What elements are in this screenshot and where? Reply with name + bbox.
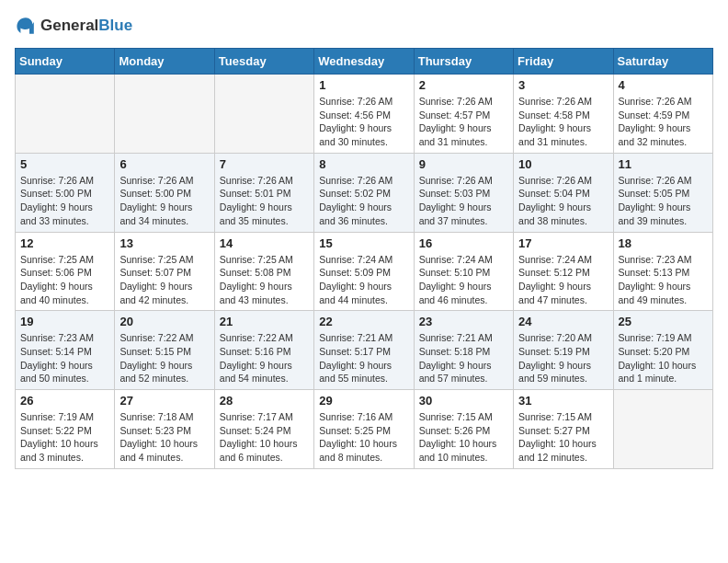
day-number: 22 [319, 315, 408, 328]
calendar-day-cell: 10Sunrise: 7:26 AM Sunset: 5:04 PM Dayli… [514, 153, 613, 232]
calendar-week-row: 1Sunrise: 7:26 AM Sunset: 4:56 PM Daylig… [16, 75, 713, 154]
day-info: Sunrise: 7:25 AM Sunset: 5:06 PM Dayligh… [20, 253, 109, 307]
day-info: Sunrise: 7:15 AM Sunset: 5:26 PM Dayligh… [419, 410, 508, 465]
day-info: Sunrise: 7:26 AM Sunset: 5:03 PM Dayligh… [419, 174, 508, 228]
logo-text: GeneralBlue [40, 17, 132, 35]
day-info: Sunrise: 7:19 AM Sunset: 5:20 PM Dayligh… [619, 331, 708, 385]
day-info: Sunrise: 7:23 AM Sunset: 5:13 PM Dayligh… [619, 253, 708, 307]
calendar-day-cell: 7Sunrise: 7:26 AM Sunset: 5:01 PM Daylig… [214, 153, 313, 232]
calendar-day-cell [16, 75, 115, 154]
calendar-day-cell: 5Sunrise: 7:26 AM Sunset: 5:00 PM Daylig… [16, 153, 115, 232]
calendar-day-cell: 8Sunrise: 7:26 AM Sunset: 5:02 PM Daylig… [314, 153, 414, 232]
day-number: 28 [220, 394, 309, 408]
day-info: Sunrise: 7:22 AM Sunset: 5:15 PM Dayligh… [119, 331, 209, 385]
logo: GeneralBlue [15, 15, 132, 37]
page-header: GeneralBlue [15, 15, 713, 37]
calendar-day-cell: 13Sunrise: 7:25 AM Sunset: 5:07 PM Dayli… [115, 232, 214, 311]
day-info: Sunrise: 7:21 AM Sunset: 5:18 PM Dayligh… [419, 331, 508, 385]
day-number: 18 [619, 236, 708, 250]
day-number: 14 [220, 236, 309, 250]
day-number: 16 [419, 236, 508, 250]
calendar-week-row: 12Sunrise: 7:25 AM Sunset: 5:06 PM Dayli… [16, 232, 713, 311]
calendar-day-cell: 12Sunrise: 7:25 AM Sunset: 5:06 PM Dayli… [16, 232, 115, 311]
calendar-day-cell: 22Sunrise: 7:21 AM Sunset: 5:17 PM Dayli… [314, 311, 414, 390]
day-info: Sunrise: 7:17 AM Sunset: 5:24 PM Dayligh… [220, 410, 309, 465]
calendar-day-cell [214, 75, 313, 154]
day-info: Sunrise: 7:26 AM Sunset: 5:04 PM Dayligh… [518, 174, 608, 228]
calendar-day-cell: 24Sunrise: 7:20 AM Sunset: 5:19 PM Dayli… [514, 311, 613, 390]
weekday-header: Thursday [414, 49, 513, 75]
day-info: Sunrise: 7:19 AM Sunset: 5:22 PM Dayligh… [20, 410, 109, 465]
weekday-header: Wednesday [314, 49, 414, 75]
calendar-day-cell: 31Sunrise: 7:15 AM Sunset: 5:27 PM Dayli… [514, 390, 613, 469]
calendar-day-cell: 6Sunrise: 7:26 AM Sunset: 5:00 PM Daylig… [115, 153, 214, 232]
calendar-day-cell: 23Sunrise: 7:21 AM Sunset: 5:18 PM Dayli… [414, 311, 513, 390]
calendar-day-cell: 9Sunrise: 7:26 AM Sunset: 5:03 PM Daylig… [414, 153, 513, 232]
calendar-day-cell: 26Sunrise: 7:19 AM Sunset: 5:22 PM Dayli… [16, 390, 115, 469]
weekday-header: Friday [514, 49, 613, 75]
calendar-day-cell [115, 75, 214, 154]
day-info: Sunrise: 7:15 AM Sunset: 5:27 PM Dayligh… [518, 410, 608, 465]
calendar-day-cell: 1Sunrise: 7:26 AM Sunset: 4:56 PM Daylig… [314, 75, 414, 154]
day-number: 6 [119, 157, 209, 171]
day-number: 10 [518, 157, 608, 171]
calendar-day-cell: 15Sunrise: 7:24 AM Sunset: 5:09 PM Dayli… [314, 232, 414, 311]
logo-icon [15, 15, 37, 37]
day-number: 12 [20, 236, 109, 250]
calendar-day-cell: 16Sunrise: 7:24 AM Sunset: 5:10 PM Dayli… [414, 232, 513, 311]
day-info: Sunrise: 7:26 AM Sunset: 5:05 PM Dayligh… [619, 174, 708, 228]
calendar-day-cell [613, 390, 712, 469]
day-number: 4 [619, 78, 708, 92]
day-number: 9 [419, 157, 508, 171]
day-number: 24 [518, 315, 608, 328]
day-number: 15 [319, 236, 408, 250]
calendar-day-cell: 2Sunrise: 7:26 AM Sunset: 4:57 PM Daylig… [414, 75, 513, 154]
day-info: Sunrise: 7:21 AM Sunset: 5:17 PM Dayligh… [319, 331, 408, 385]
day-info: Sunrise: 7:26 AM Sunset: 4:56 PM Dayligh… [319, 95, 408, 149]
day-info: Sunrise: 7:24 AM Sunset: 5:12 PM Dayligh… [518, 253, 608, 307]
day-number: 5 [20, 157, 109, 171]
day-number: 19 [20, 315, 109, 328]
day-number: 30 [419, 394, 508, 408]
day-number: 27 [119, 394, 209, 408]
calendar-day-cell: 21Sunrise: 7:22 AM Sunset: 5:16 PM Dayli… [214, 311, 313, 390]
day-info: Sunrise: 7:26 AM Sunset: 5:02 PM Dayligh… [319, 174, 408, 228]
day-info: Sunrise: 7:25 AM Sunset: 5:07 PM Dayligh… [119, 253, 209, 307]
calendar-day-cell: 17Sunrise: 7:24 AM Sunset: 5:12 PM Dayli… [514, 232, 613, 311]
day-info: Sunrise: 7:18 AM Sunset: 5:23 PM Dayligh… [119, 410, 209, 465]
day-number: 21 [220, 315, 309, 328]
day-info: Sunrise: 7:20 AM Sunset: 5:19 PM Dayligh… [518, 331, 608, 385]
day-number: 20 [119, 315, 209, 328]
day-info: Sunrise: 7:24 AM Sunset: 5:09 PM Dayligh… [319, 253, 408, 307]
calendar-day-cell: 30Sunrise: 7:15 AM Sunset: 5:26 PM Dayli… [414, 390, 513, 469]
day-number: 1 [319, 78, 408, 92]
day-info: Sunrise: 7:26 AM Sunset: 5:00 PM Dayligh… [119, 174, 209, 228]
day-info: Sunrise: 7:26 AM Sunset: 4:58 PM Dayligh… [518, 95, 608, 149]
calendar-header-row: SundayMondayTuesdayWednesdayThursdayFrid… [16, 49, 713, 75]
calendar-week-row: 26Sunrise: 7:19 AM Sunset: 5:22 PM Dayli… [16, 390, 713, 469]
day-number: 7 [220, 157, 309, 171]
calendar-day-cell: 29Sunrise: 7:16 AM Sunset: 5:25 PM Dayli… [314, 390, 414, 469]
calendar-day-cell: 20Sunrise: 7:22 AM Sunset: 5:15 PM Dayli… [115, 311, 214, 390]
day-number: 2 [419, 78, 508, 92]
day-number: 11 [619, 157, 708, 171]
calendar-day-cell: 27Sunrise: 7:18 AM Sunset: 5:23 PM Dayli… [115, 390, 214, 469]
day-number: 25 [619, 315, 708, 328]
day-number: 31 [518, 394, 608, 408]
calendar-day-cell: 4Sunrise: 7:26 AM Sunset: 4:59 PM Daylig… [613, 75, 712, 154]
day-info: Sunrise: 7:24 AM Sunset: 5:10 PM Dayligh… [419, 253, 508, 307]
day-info: Sunrise: 7:26 AM Sunset: 5:01 PM Dayligh… [220, 174, 309, 228]
weekday-header: Monday [115, 49, 214, 75]
calendar-day-cell: 25Sunrise: 7:19 AM Sunset: 5:20 PM Dayli… [613, 311, 712, 390]
calendar-day-cell: 11Sunrise: 7:26 AM Sunset: 5:05 PM Dayli… [613, 153, 712, 232]
weekday-header: Sunday [16, 49, 115, 75]
day-info: Sunrise: 7:16 AM Sunset: 5:25 PM Dayligh… [319, 410, 408, 465]
day-info: Sunrise: 7:26 AM Sunset: 4:59 PM Dayligh… [619, 95, 708, 149]
day-number: 17 [518, 236, 608, 250]
weekday-header: Saturday [613, 49, 712, 75]
calendar-day-cell: 3Sunrise: 7:26 AM Sunset: 4:58 PM Daylig… [514, 75, 613, 154]
day-number: 8 [319, 157, 408, 171]
calendar-day-cell: 14Sunrise: 7:25 AM Sunset: 5:08 PM Dayli… [214, 232, 313, 311]
day-number: 26 [20, 394, 109, 408]
day-number: 13 [119, 236, 209, 250]
